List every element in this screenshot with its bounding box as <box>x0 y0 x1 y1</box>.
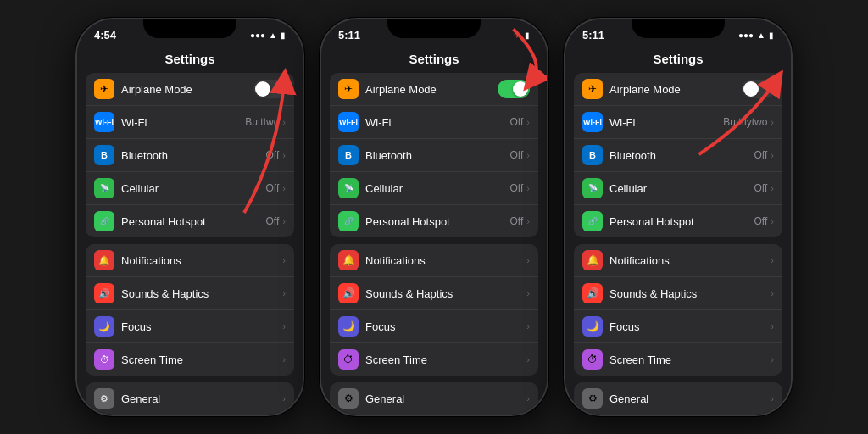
wifi-chevron-1: › <box>282 117 286 127</box>
cell-value-1: Off <box>266 182 280 194</box>
airplane-toggle-2[interactable] <box>498 80 530 98</box>
wifi-value-3: Buttflytwo <box>723 116 767 128</box>
bt-chevron-1: › <box>282 150 286 160</box>
screentime-row-2[interactable]: ⏱ Screen Time › <box>330 343 538 376</box>
sounds-row-2[interactable]: 🔊 Sounds & Haptics › <box>330 277 538 310</box>
focus-label-1: Focus <box>121 320 282 333</box>
airplane-label-3: Airplane Mode <box>609 83 742 96</box>
airplane-icon-1: ✈ <box>94 79 114 99</box>
notif-icon-2: 🔔 <box>338 250 359 270</box>
hotspot-chevron-2: › <box>526 216 530 226</box>
general-label-3: General <box>609 392 771 405</box>
focus-icon-1: 🌙 <box>94 316 114 337</box>
bt-row-1[interactable]: B Bluetooth Off › <box>86 139 294 172</box>
notif-chevron-2: › <box>526 255 530 265</box>
airplane-row-3[interactable]: ✈ Airplane Mode <box>574 73 782 106</box>
hotspot-row-3[interactable]: 🔗 Personal Hotspot Off › <box>574 205 782 237</box>
wifi-icon-row-1: Wi-Fi <box>94 112 114 132</box>
general-chevron-2: › <box>526 393 530 403</box>
battery-icon-3: ▮ <box>769 31 774 40</box>
focus-icon-2: 🌙 <box>338 316 359 337</box>
general-chevron-1: › <box>282 393 286 403</box>
airplane-label-1: Airplane Mode <box>121 83 253 96</box>
wifi-row-3[interactable]: Wi-Fi Wi-Fi Buttflytwo › <box>574 106 782 139</box>
hotspot-value-2: Off <box>510 215 524 227</box>
bt-row-3[interactable]: B Bluetooth Off › <box>574 139 782 172</box>
wifi-value-1: Butttwo <box>245 116 279 128</box>
wifi-icon-row-3: Wi-Fi <box>582 112 603 132</box>
bt-icon-3: B <box>582 145 603 165</box>
bt-icon-1: B <box>94 145 114 165</box>
airplane-toggle-3[interactable] <box>742 80 774 98</box>
notif-row-2[interactable]: 🔔 Notifications › <box>330 244 538 277</box>
group1-phone3: ✈ Airplane Mode Wi-Fi Wi-Fi Buttflytwo › <box>574 73 782 237</box>
focus-chevron-1: › <box>282 321 286 331</box>
screentime-label-1: Screen Time <box>121 353 282 366</box>
hotspot-value-1: Off <box>266 215 280 227</box>
focus-row-1[interactable]: 🌙 Focus › <box>86 310 294 343</box>
general-row-3[interactable]: ⚙ General › <box>574 382 782 415</box>
wifi-row-2[interactable]: Wi-Fi Wi-Fi Off › <box>330 106 538 139</box>
wifi-icon-1: ▲ <box>269 31 277 40</box>
cell-icon-1: 📡 <box>94 178 114 198</box>
airplane-toggle-1[interactable] <box>253 80 286 98</box>
notif-row-1[interactable]: 🔔 Notifications › <box>86 244 294 277</box>
cell-row-1[interactable]: 📡 Cellular Off › <box>86 172 294 205</box>
hotspot-row-1[interactable]: 🔗 Personal Hotspot Off › <box>86 205 294 237</box>
general-label-1: General <box>121 392 282 405</box>
group2-phone3: 🔔 Notifications › 🔊 Sounds & Haptics › 🌙… <box>574 244 782 376</box>
screen-3: Settings ✈ Airplane Mode Wi-Fi Wi-Fi <box>565 47 791 415</box>
time-2: 5:11 <box>338 29 360 42</box>
cell-value-3: Off <box>754 182 768 194</box>
hotspot-row-2[interactable]: 🔗 Personal Hotspot Off › <box>330 205 538 237</box>
airplane-row-2[interactable]: ✈ Airplane Mode <box>330 73 538 106</box>
wifi-row-1[interactable]: Wi-Fi Wi-Fi Butttwo › <box>86 106 294 139</box>
focus-row-3[interactable]: 🌙 Focus › <box>574 310 782 343</box>
notif-chevron-1: › <box>282 255 286 265</box>
sounds-row-3[interactable]: 🔊 Sounds & Haptics › <box>574 277 782 310</box>
screen-1: Settings ✈ Airplane Mode Wi-Fi <box>77 47 303 415</box>
wifi-label-1: Wi-Fi <box>121 116 245 129</box>
bt-icon-2: B <box>338 145 359 165</box>
wifi-chevron-2: › <box>526 117 530 127</box>
status-icons-2: ✈ ▮ <box>514 30 530 41</box>
bt-label-1: Bluetooth <box>121 149 266 162</box>
focus-chevron-3: › <box>771 321 774 331</box>
hotspot-chevron-1: › <box>282 216 286 226</box>
screen-2: Settings ✈ Airplane Mode Wi-Fi Wi-Fi <box>321 47 547 415</box>
notif-label-2: Notifications <box>365 254 526 267</box>
cell-label-1: Cellular <box>121 182 266 195</box>
status-icons-3: ●●● ▲ ▮ <box>738 31 774 40</box>
time-3: 5:11 <box>582 29 604 42</box>
settings-title-2: Settings <box>321 48 547 73</box>
notif-row-3[interactable]: 🔔 Notifications › <box>574 244 782 277</box>
screentime-row-1[interactable]: ⏱ Screen Time › <box>86 343 294 376</box>
bt-row-2[interactable]: B Bluetooth Off › <box>330 139 538 172</box>
focus-row-2[interactable]: 🌙 Focus › <box>330 310 538 343</box>
hotspot-chevron-3: › <box>771 216 774 226</box>
sounds-chevron-2: › <box>526 288 530 298</box>
cell-label-2: Cellular <box>365 182 510 195</box>
general-chevron-3: › <box>771 393 774 403</box>
cell-chevron-3: › <box>771 183 774 193</box>
cell-row-3[interactable]: 📡 Cellular Off › <box>574 172 782 205</box>
hotspot-value-3: Off <box>754 215 768 227</box>
airplane-row-1[interactable]: ✈ Airplane Mode <box>86 73 294 106</box>
time-1: 4:54 <box>94 29 116 42</box>
screentime-row-3[interactable]: ⏱ Screen Time › <box>574 343 782 376</box>
bt-value-2: Off <box>510 149 524 161</box>
group2-phone2: 🔔 Notifications › 🔊 Sounds & Haptics › 🌙… <box>330 244 538 376</box>
screentime-label-3: Screen Time <box>609 353 771 366</box>
screentime-icon-2: ⏱ <box>338 349 359 370</box>
group3-phone1: ⚙ General › 🎛 Control Center › AA Displa… <box>86 382 294 415</box>
general-row-2[interactable]: ⚙ General › <box>330 382 538 415</box>
cell-icon-3: 📡 <box>582 178 603 198</box>
hotspot-icon-1: 🔗 <box>94 211 114 231</box>
screentime-label-2: Screen Time <box>365 353 526 366</box>
phone-2: 5:11 ✈ ▮ Settings ✈ Airplane Mode <box>320 18 548 416</box>
sounds-label-1: Sounds & Haptics <box>121 287 282 300</box>
general-row-1[interactable]: ⚙ General › <box>86 382 294 415</box>
cell-row-2[interactable]: 📡 Cellular Off › <box>330 172 538 205</box>
sounds-row-1[interactable]: 🔊 Sounds & Haptics › <box>86 277 294 310</box>
cell-icon-2: 📡 <box>338 178 359 198</box>
